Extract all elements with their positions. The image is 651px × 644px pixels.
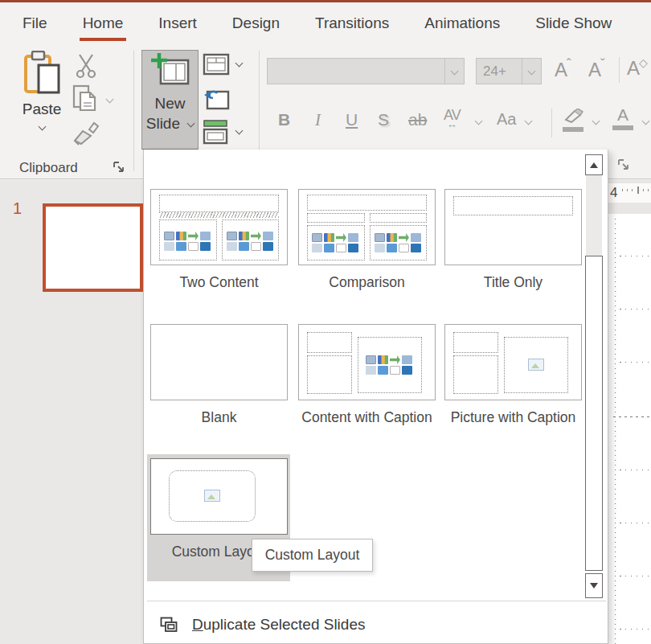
paste-label: Paste	[10, 100, 74, 118]
tab-animations[interactable]: Animations	[424, 14, 500, 32]
character-spacing-button[interactable]: AV ↔	[444, 107, 461, 130]
strikethrough-button[interactable]: ab	[408, 110, 427, 129]
paste-button[interactable]: Paste	[10, 49, 74, 152]
ribbon-tab-bar: File Home Insert Design Transitions Anim…	[0, 2, 651, 44]
tab-design[interactable]: Design	[232, 14, 280, 32]
scissors-icon	[74, 53, 98, 79]
new-slide-layout-gallery: Two Content Comparison Title Only Bla	[143, 150, 608, 644]
placeholder-dotted-border	[615, 219, 616, 644]
table-dotted-gridline	[620, 576, 651, 576]
gallery-scrollbar[interactable]	[585, 154, 603, 598]
font-color-button[interactable]: A	[612, 105, 633, 130]
paste-dropdown-chevron-icon[interactable]	[38, 123, 46, 131]
cut-button[interactable]	[69, 51, 103, 81]
layout-option-blank[interactable]: Blank	[150, 324, 288, 429]
small-separator	[619, 57, 620, 83]
layout-label: Content with Caption	[298, 406, 436, 429]
comparison-thumbnail	[298, 189, 436, 265]
highlight-color-bar	[563, 127, 583, 132]
group-separator	[133, 51, 134, 171]
table-dotted-gridline	[620, 523, 651, 523]
new-slide-label-line1: New	[142, 93, 198, 113]
content-with-caption-thumbnail	[298, 324, 436, 400]
slide-layout-button[interactable]	[201, 51, 231, 78]
chevron-down-icon	[451, 68, 459, 76]
font-dialog-launcher-icon[interactable]	[617, 158, 631, 172]
font-color-bar	[612, 125, 633, 130]
increase-font-size-button[interactable]: Aˆ	[555, 56, 571, 81]
duplicate-selected-slides-item[interactable]: Duplicate Selected Slides	[144, 605, 609, 644]
layout-label: Two Content	[150, 271, 288, 293]
clear-formatting-button[interactable]: A◇	[627, 56, 648, 80]
layout-option-comparison[interactable]: Comparison	[298, 189, 436, 293]
custom-layout-tooltip: Custom Layout	[252, 539, 373, 572]
tab-home[interactable]: Home	[83, 14, 124, 32]
two-content-thumbnail	[150, 189, 288, 265]
slide-layout-icon	[203, 53, 230, 76]
font-color-letter: A	[612, 105, 633, 125]
font-name-combobox[interactable]	[267, 58, 465, 84]
slide-number: 1	[13, 199, 22, 218]
ruler-tick-label: 4	[610, 185, 617, 201]
tab-insert[interactable]: Insert	[158, 14, 197, 32]
scrollbar-track[interactable]	[586, 175, 602, 256]
scrollbar-thumb[interactable]	[585, 256, 603, 571]
caret-up-icon: ˆ	[567, 56, 571, 72]
copy-icon	[72, 84, 100, 116]
tab-file[interactable]: File	[23, 14, 47, 32]
clipboard-group-label: Clipboard	[19, 160, 78, 176]
clipboard-dialog-launcher-icon[interactable]	[113, 161, 126, 174]
change-case-button[interactable]: Aa	[497, 110, 516, 129]
italic-button[interactable]: I	[315, 110, 321, 130]
picture-placeholder-icon	[204, 490, 220, 502]
new-slide-button[interactable]: New Slide	[141, 50, 199, 150]
reset-slide-button[interactable]	[201, 84, 231, 112]
clear-format-letter: A	[627, 57, 640, 79]
table-dotted-gridline	[613, 416, 651, 417]
shrink-font-letter: A	[588, 59, 601, 80]
copy-button[interactable]	[69, 84, 103, 115]
tab-slide-show[interactable]: Slide Show	[535, 14, 612, 32]
section-chevron-icon[interactable]	[235, 127, 244, 135]
chevron-down-icon	[528, 68, 536, 76]
layout-option-two-content[interactable]: Two Content	[150, 189, 288, 293]
copy-dropdown-chevron-icon[interactable]	[106, 96, 114, 104]
font-name-value	[268, 59, 444, 84]
layout-option-picture-with-caption[interactable]: Picture with Caption	[444, 324, 582, 429]
editing-canvas: 4	[608, 180, 651, 644]
accelerator-letter: D	[192, 616, 203, 633]
font-size-dropdown[interactable]	[522, 59, 541, 84]
slide-1-thumbnail[interactable]	[43, 203, 143, 292]
text-highlight-button[interactable]	[563, 109, 583, 132]
font-size-value: 24+	[477, 59, 522, 84]
menu-item-label: uplicate Selected Slides	[203, 616, 366, 633]
change-case-chevron-icon[interactable]	[525, 117, 533, 125]
tab-transitions[interactable]: Transitions	[315, 14, 389, 32]
layout-option-content-with-caption[interactable]: Content with Caption	[298, 324, 436, 429]
layout-chevron-icon[interactable]	[235, 59, 244, 68]
character-spacing-chevron-icon[interactable]	[475, 117, 483, 125]
section-icon	[203, 119, 230, 145]
slide-editing-surface[interactable]	[608, 214, 651, 644]
font-size-combobox[interactable]: 24+	[476, 58, 542, 84]
decrease-font-size-button[interactable]: Aˇ	[588, 56, 605, 81]
table-dotted-gridline	[620, 309, 651, 310]
scroll-up-button[interactable]	[585, 154, 603, 175]
new-slide-label-line2: Slide	[146, 115, 180, 132]
grow-font-letter: A	[555, 59, 567, 80]
layout-label: Title Only	[444, 271, 582, 293]
section-button[interactable]	[201, 118, 231, 146]
title-only-thumbnail	[444, 189, 582, 265]
bold-button[interactable]: B	[278, 110, 290, 129]
format-painter-button[interactable]	[69, 118, 103, 149]
layout-option-title-only[interactable]: Title Only	[444, 189, 582, 293]
font-name-dropdown[interactable]	[444, 59, 464, 84]
underline-button[interactable]: U	[346, 110, 358, 129]
font-color-chevron-icon[interactable]	[642, 117, 650, 125]
text-shadow-button[interactable]: S	[378, 110, 389, 129]
paste-clipboard-icon	[21, 51, 63, 96]
triangle-up-icon	[590, 162, 598, 168]
scroll-down-button[interactable]	[585, 573, 603, 598]
highlight-chevron-icon[interactable]	[592, 117, 600, 125]
custom-layout-thumbnail	[150, 458, 288, 535]
